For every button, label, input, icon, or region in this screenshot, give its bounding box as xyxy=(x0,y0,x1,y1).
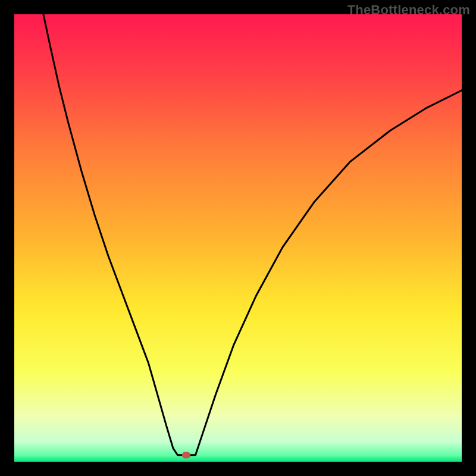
chart-frame: TheBottleneck.com xyxy=(0,0,476,476)
bottleneck-curve xyxy=(14,14,462,462)
plot-area xyxy=(14,14,462,462)
optimum-marker xyxy=(182,452,190,458)
